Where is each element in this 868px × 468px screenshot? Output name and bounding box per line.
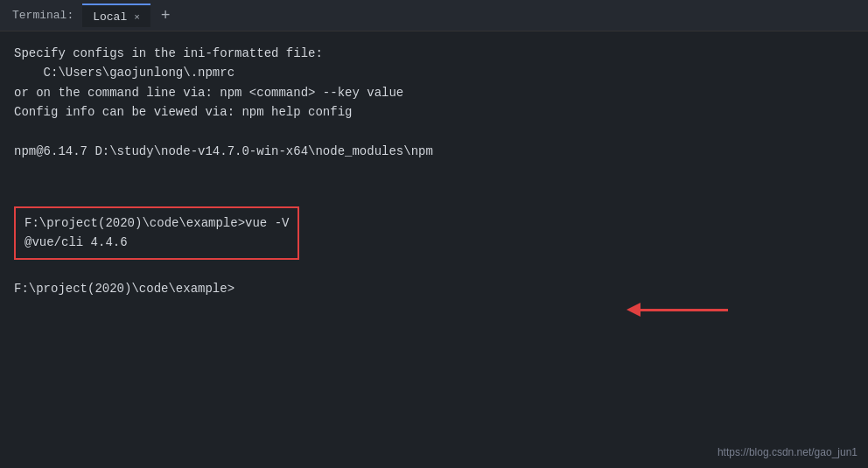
arrow-annotation — [626, 303, 728, 317]
tab-close-icon[interactable]: × — [134, 12, 140, 23]
terminal-line-3: or on the command line via: npm <command… — [14, 83, 854, 102]
watermark: https://blog.csdn.net/gao_jun1 — [718, 444, 858, 461]
highlight-box: F:\project(2020)\code\example>vue -V @vu… — [14, 206, 299, 260]
terminal-line-5: npm@6.14.7 D:\study\node-v14.7.0-win-x64… — [14, 142, 854, 161]
arrow-shape — [626, 303, 728, 317]
terminal-blank-3 — [14, 180, 854, 199]
tab-local-label: Local — [93, 10, 127, 24]
terminal-line-2: C:\Users\gaojunlong\.npmrc — [14, 63, 854, 82]
terminal-blank-2 — [14, 161, 854, 180]
highlight-line-2: @vue/cli 4.4.6 — [24, 233, 289, 252]
terminal-line-1: Specify configs in the ini-formatted fil… — [14, 44, 854, 63]
tab-local[interactable]: Local × — [82, 3, 150, 27]
terminal-line-4: Config info can be viewed via: npm help … — [14, 102, 854, 122]
highlight-line-1: F:\project(2020)\code\example>vue -V — [24, 213, 289, 233]
terminal-blank-1 — [14, 122, 854, 142]
terminal-line-final: F:\project(2020)\code\example> — [14, 279, 854, 298]
section-gap — [14, 267, 854, 279]
tab-bar-label: Terminal: — [7, 9, 79, 22]
arrow-line — [640, 309, 728, 311]
arrow-head — [626, 303, 640, 317]
terminal-content[interactable]: Specify configs in the ini-formatted fil… — [0, 31, 868, 468]
tab-add-button[interactable]: + — [154, 8, 178, 24]
tab-bar: Terminal: Local × + — [0, 0, 868, 31]
terminal-window: Terminal: Local × + Specify configs in t… — [0, 0, 868, 468]
